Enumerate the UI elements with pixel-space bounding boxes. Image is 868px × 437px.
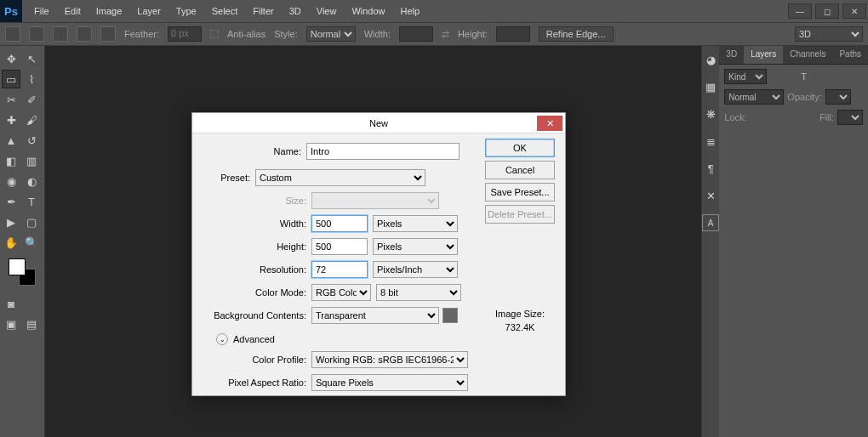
eyedropper-tool-icon[interactable]: ✐ (22, 90, 41, 109)
selection-mode-icon[interactable] (29, 26, 44, 42)
resolution-input[interactable] (311, 261, 368, 278)
marquee-tool-icon[interactable]: ▭ (2, 70, 20, 88)
move-tool-icon[interactable]: ✥ (2, 49, 20, 68)
menu-help[interactable]: Help (394, 3, 427, 20)
history-panel-icon[interactable]: ≣ (702, 133, 719, 150)
style-select[interactable]: Normal (306, 26, 356, 42)
color-panel-icon[interactable]: ◕ (702, 51, 719, 68)
feather-input[interactable]: 0 px (168, 26, 202, 42)
delete-preset-button[interactable]: Delete Preset... (485, 205, 555, 224)
cancel-button[interactable]: Cancel (485, 161, 555, 179)
shape-tool-icon[interactable]: ▢ (22, 213, 41, 231)
pen-tool-icon[interactable]: ✒ (2, 192, 20, 211)
selection-mode-icon-2[interactable] (53, 26, 68, 42)
fill-input[interactable] (837, 110, 863, 125)
swatches-panel-icon[interactable]: ▦ (702, 78, 719, 95)
colordepth-select[interactable]: 8 bit (376, 284, 461, 301)
blur-tool-icon[interactable]: ◉ (2, 172, 20, 190)
width-unit-select[interactable]: Pixels (373, 215, 458, 232)
dodge-tool-icon[interactable]: ◐ (22, 172, 41, 190)
colorprofile-select[interactable]: Working RGB: sRGB IEC61966-2.1 (311, 351, 468, 368)
menu-layer[interactable]: Layer (130, 3, 168, 20)
width-input[interactable] (399, 26, 433, 42)
lasso-tool-icon[interactable]: ⌇ (22, 70, 41, 88)
screenmode-icon[interactable]: ▣ (2, 315, 20, 333)
history-brush-icon[interactable]: ↺ (22, 131, 41, 150)
menu-file[interactable]: File (27, 3, 56, 20)
crop-tool-icon[interactable]: ✂ (2, 90, 20, 109)
dialog-close-button[interactable]: ✕ (537, 116, 562, 131)
type-tool-icon[interactable]: T (22, 192, 41, 211)
menu-window[interactable]: Window (345, 3, 391, 20)
path-select-icon[interactable]: ▶ (2, 213, 20, 231)
tab-layers[interactable]: Layers (744, 46, 783, 64)
height-input[interactable] (496, 26, 530, 42)
resolution-unit-select[interactable]: Pixels/Inch (373, 261, 458, 278)
tools-panel: ✥↖ ▭⌇ ✂✐ ✚🖌 ▲↺ ◧▥ ◉◐ ✒T ▶▢ ✋🔍 ◙ ▣▤ (0, 46, 45, 437)
tab-3d[interactable]: 3D (719, 46, 744, 64)
preset-select[interactable]: Custom (255, 169, 425, 186)
close-window-button[interactable]: ✕ (842, 3, 866, 19)
filter-shape-icon[interactable] (810, 71, 822, 82)
hand-tool-icon[interactable]: ✋ (2, 233, 20, 252)
menu-filter[interactable]: Filter (246, 3, 280, 20)
menu-3d[interactable]: 3D (283, 3, 308, 20)
filter-adjust-icon[interactable] (785, 71, 797, 82)
height-input-dlg[interactable] (311, 238, 368, 255)
colormode-select[interactable]: RGB Color (311, 284, 371, 301)
tool-preset-icon[interactable] (5, 26, 20, 42)
eraser-tool-icon[interactable]: ◧ (2, 151, 20, 170)
filter-image-icon[interactable] (770, 71, 782, 82)
screenmode2-icon[interactable]: ▤ (22, 315, 41, 333)
heal-tool-icon[interactable]: ✚ (2, 111, 20, 129)
bg-color-swatch[interactable] (443, 308, 458, 323)
opacity-input[interactable] (825, 89, 851, 105)
width-input-dlg[interactable] (311, 215, 368, 232)
ok-button[interactable]: OK (485, 139, 555, 157)
par-select[interactable]: Square Pixels (311, 374, 468, 391)
artboard-tool-icon[interactable]: ↖ (22, 49, 41, 68)
antialias-checkbox[interactable] (210, 30, 219, 38)
lock-pixels-icon[interactable] (751, 111, 762, 123)
workspace-select[interactable]: 3D (795, 26, 863, 42)
colormode-label: Color Mode: (208, 287, 311, 298)
lock-all-icon[interactable] (781, 111, 793, 123)
adjustments-panel-icon[interactable]: ❋ (702, 105, 719, 122)
resolution-label: Resolution: (208, 264, 311, 275)
advanced-toggle[interactable]: ⌄ (216, 333, 228, 345)
tab-channels[interactable]: Channels (783, 46, 832, 64)
menubar: File Edit Image Layer Type Select Filter… (27, 3, 426, 20)
brush-tool-icon[interactable]: 🖌 (22, 111, 41, 129)
maximize-button[interactable]: ◻ (815, 3, 839, 19)
blend-mode-select[interactable]: Normal (724, 89, 784, 105)
menu-view[interactable]: View (310, 3, 344, 20)
bg-select[interactable]: Transparent (311, 307, 439, 324)
menu-select[interactable]: Select (205, 3, 245, 20)
refine-edge-button[interactable]: Refine Edge... (539, 26, 614, 42)
layer-kind-select[interactable]: Kind (724, 69, 767, 84)
color-swatch[interactable] (9, 258, 36, 286)
titlebar: Ps File Edit Image Layer Type Select Fil… (0, 0, 868, 22)
paragraph-panel-icon[interactable]: ¶ (702, 160, 719, 177)
name-input[interactable] (306, 143, 460, 160)
menu-type[interactable]: Type (169, 3, 203, 20)
filter-type-icon[interactable]: T (801, 71, 807, 82)
menu-edit[interactable]: Edit (58, 3, 88, 20)
gradient-tool-icon[interactable]: ▥ (22, 151, 41, 170)
filter-smart-icon[interactable] (825, 71, 837, 82)
tab-paths[interactable]: Paths (832, 46, 868, 64)
quickmask-icon[interactable]: ◙ (2, 294, 20, 313)
swap-icon[interactable]: ⇄ (442, 29, 449, 40)
height-unit-select[interactable]: Pixels (373, 238, 458, 255)
save-preset-button[interactable]: Save Preset... (485, 183, 555, 201)
selection-mode-icon-3[interactable] (77, 26, 92, 42)
zoom-tool-icon[interactable]: 🔍 (22, 233, 41, 252)
character-panel-icon[interactable]: ✕ (702, 187, 719, 204)
stamp-tool-icon[interactable]: ▲ (2, 131, 20, 150)
selection-mode-icon-4[interactable] (100, 26, 116, 42)
type-panel-icon[interactable]: A (702, 214, 719, 231)
panel-tabs: 3D Layers Channels Paths (719, 46, 868, 65)
minimize-button[interactable]: — (788, 3, 812, 19)
menu-image[interactable]: Image (89, 3, 129, 20)
lock-position-icon[interactable] (766, 111, 778, 123)
